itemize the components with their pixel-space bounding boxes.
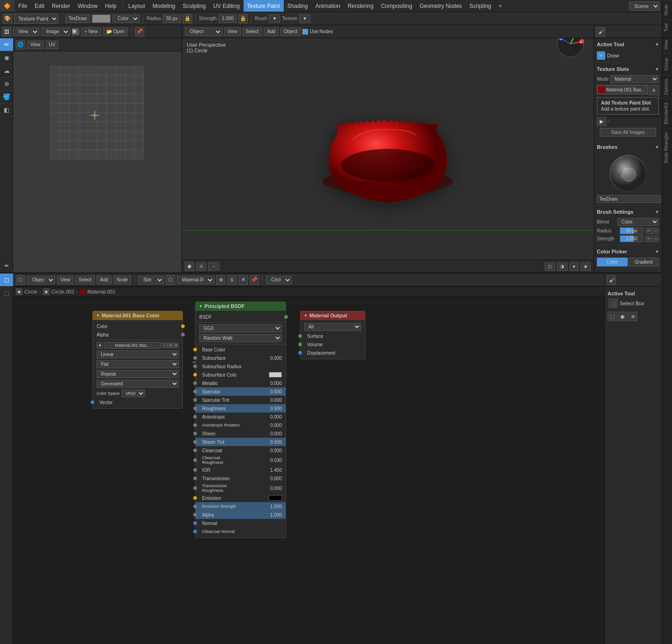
socket-transr-in[interactable] (193, 486, 197, 490)
slot-play-btn[interactable]: ▶ (597, 117, 606, 126)
socket-alpha-in[interactable] (193, 513, 197, 517)
node-material-pin[interactable]: 📌 (250, 275, 259, 285)
btm-vtab-options[interactable]: Options (662, 75, 672, 98)
node-circle-select[interactable]: Circle (266, 276, 292, 284)
socket-anisor-in[interactable] (193, 423, 197, 427)
strength-icon-2[interactable]: ⌂ (652, 236, 659, 242)
viewport-add[interactable]: Add (264, 28, 279, 36)
workspace-animation[interactable]: Animation (312, 0, 344, 12)
tool-fill[interactable]: 🪣 (0, 91, 13, 104)
socket-aniso-in[interactable] (193, 415, 197, 419)
viewport-shading-2[interactable]: ◑ (557, 262, 567, 271)
emission-color-swatch[interactable] (269, 495, 282, 501)
color-preview[interactable] (92, 14, 111, 23)
radius-value[interactable]: 50 px (163, 14, 181, 23)
node-slot-icon[interactable]: ⬡ (166, 275, 175, 285)
btm-vtab-tool[interactable]: Tool (662, 19, 672, 35)
tool-icon-3[interactable]: ≋ (628, 312, 637, 321)
socket-sheen-in[interactable] (193, 432, 197, 435)
workspace-compositing[interactable]: Compositing (377, 0, 416, 12)
workspace-rendering[interactable]: Rendering (344, 0, 377, 12)
image-menu-selector[interactable]: Image (41, 28, 70, 36)
node-material-copy[interactable]: ⎘ (227, 275, 237, 285)
viewport-gizmo-btn[interactable]: ↔ (208, 262, 219, 271)
radius-icon-1[interactable]: ✏ (645, 228, 652, 234)
output-header[interactable]: ▼ Material Output (300, 311, 365, 320)
brush-settings-header[interactable]: Brush Settings ▼ (597, 208, 659, 216)
brushes-header[interactable]: Brushes ▼ (597, 143, 659, 151)
viewport-view[interactable]: View (224, 28, 241, 36)
node-material-del[interactable]: ✕ (238, 275, 248, 285)
socket-ior-in[interactable] (193, 468, 197, 472)
menu-edit[interactable]: Edit (31, 0, 48, 12)
uv-menu[interactable]: UV (46, 41, 59, 49)
tool-name[interactable]: TexDraw (65, 14, 90, 23)
socket-specular-in[interactable] (193, 390, 197, 393)
socket-color-out[interactable] (181, 324, 185, 328)
workspace-scripting[interactable]: Scripting (466, 0, 495, 12)
node-slot-select[interactable]: Slot 1 (138, 276, 164, 284)
strength-lock[interactable]: 🔒 (238, 14, 248, 23)
subsurface-color-swatch[interactable] (269, 372, 282, 378)
socket-vector-in[interactable] (91, 400, 94, 404)
node-generated-select[interactable]: Generated (97, 380, 179, 388)
node-view-menu[interactable]: View (57, 276, 74, 284)
collapse-arrow[interactable]: ▼ (96, 314, 100, 318)
new-btn[interactable]: + New (81, 28, 101, 36)
image-editor-icon[interactable]: 🖼 (2, 27, 11, 36)
tool-soften[interactable]: ◉ (0, 51, 13, 64)
socket-emission-in[interactable] (193, 496, 197, 500)
active-tool-header[interactable]: Active Tool ▼ (597, 40, 659, 49)
node-material-header[interactable]: ▼ Material.001 Base Color (92, 311, 183, 320)
brp-icon[interactable]: 🖌 (607, 275, 616, 285)
node-editor-icon[interactable]: ⬡ (16, 275, 25, 285)
socket-subc-in[interactable] (193, 373, 197, 377)
header-icon[interactable]: 🎨 (3, 14, 12, 23)
socket-subsurface-in[interactable] (193, 356, 197, 360)
socket-bsdf-out[interactable] (284, 315, 288, 319)
socket-sheentint-in[interactable] (193, 440, 197, 444)
select-box-item[interactable]: ⬚ Select Box (608, 298, 669, 309)
workspace-sculpting[interactable]: Sculpting (179, 0, 210, 12)
workspace-add[interactable]: + (495, 0, 506, 12)
menu-blender[interactable]: 🔶 (0, 0, 14, 12)
texture-check-icon[interactable]: ✓ (162, 343, 168, 348)
tool-icon-2[interactable]: ◉ (618, 312, 627, 321)
socket-roughness-in[interactable] (193, 406, 197, 410)
workspace-shading[interactable]: Shading (284, 0, 312, 12)
texture-btn[interactable]: ▼ (299, 14, 310, 23)
strength-value[interactable]: 1.000 (218, 14, 237, 23)
node-tool-select[interactable]: ◻ (0, 273, 13, 287)
ggx-select[interactable]: GGX (199, 324, 282, 332)
color-picker-header[interactable]: Color Picker ▼ (597, 247, 659, 256)
mode-select[interactable]: Material (610, 75, 659, 83)
tool-mask[interactable]: ◧ (0, 104, 13, 117)
viewport-shading-1[interactable]: ◻ (545, 262, 555, 271)
socket-subr-in[interactable] (193, 364, 197, 368)
save-images-btn[interactable]: Save All Images (600, 128, 656, 137)
add-slot-btn[interactable]: + (649, 85, 659, 95)
image-type-icon[interactable]: ▣ (72, 28, 79, 35)
tool-clone[interactable]: ⊕ (0, 77, 13, 91)
random-walk-select[interactable]: Random Walk (199, 334, 282, 342)
tool-icon-1[interactable]: ⬚ (608, 312, 617, 321)
viewport-shading-3[interactable]: ● (569, 262, 579, 271)
socket-normal-in[interactable] (193, 521, 197, 525)
principled-header[interactable]: ▼ Principled BSDF (195, 301, 286, 311)
node-linear-select[interactable]: Linear (97, 350, 179, 358)
btm-vtab-view[interactable]: View (662, 35, 672, 54)
socket-transmission-in[interactable] (193, 476, 197, 480)
gradient-btn[interactable]: Gradient (629, 258, 659, 266)
view-btn[interactable]: 🌐 (16, 40, 25, 49)
menu-help[interactable]: Help (101, 0, 120, 12)
tool-draw[interactable]: ✏ (0, 38, 13, 51)
node-flat-select[interactable]: Flat (97, 360, 179, 368)
socket-metallic-in[interactable] (193, 381, 197, 385)
radius-lock[interactable]: 🔒 (183, 14, 192, 23)
slot-item[interactable]: Material.001 Bas... (597, 85, 648, 94)
node-add-menu[interactable]: Add (97, 276, 112, 284)
use-nodes-checkbox[interactable]: ✓ (302, 29, 308, 35)
texture-browse-icon[interactable]: ▼ (97, 342, 103, 349)
viewport-object[interactable]: Object (280, 28, 301, 36)
socket-volume-in[interactable] (298, 343, 302, 346)
